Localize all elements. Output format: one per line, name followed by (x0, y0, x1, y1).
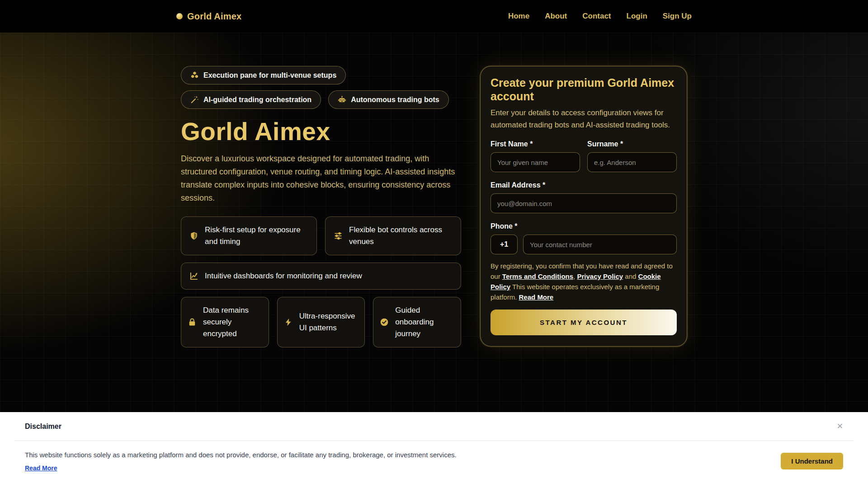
disclaimer-banner: Disclaimer ✕ This website functions sole… (0, 412, 868, 488)
hero-description: Discover a luxurious workspace designed … (181, 152, 460, 205)
phone-label: Phone * (491, 222, 677, 230)
pill-execution-pane: Execution pane for multi-venue setups (181, 66, 346, 84)
dial-code-selector[interactable]: +1 (491, 235, 518, 254)
top-navbar: Gorld Aimex Home About Contact Login Sig… (0, 0, 868, 33)
feature-label: Risk-first setup for exposure and timing (205, 224, 308, 248)
phone-field[interactable] (523, 235, 677, 254)
disclaimer-content: This website functions solely as a marke… (25, 450, 457, 472)
shield-icon (189, 231, 198, 240)
page-title: Gorld Aimex (181, 117, 461, 146)
pill-label: Autonomous trading bots (351, 96, 439, 104)
bolt-icon (284, 318, 293, 327)
nav-links: Home About Contact Login Sign Up (508, 12, 692, 21)
terms-link[interactable]: Terms and Conditions (502, 272, 573, 280)
start-my-account-button[interactable]: START MY ACCOUNT (491, 310, 677, 335)
signup-form-card: Create your premium Gorld Aimex account … (480, 66, 687, 347)
email-field[interactable] (491, 193, 677, 213)
email-label: Email Address * (491, 181, 677, 189)
legal-read-more-link[interactable]: Read More (519, 293, 554, 301)
hero-section: Execution pane for multi-venue setups AI… (181, 66, 461, 347)
lock-icon (188, 318, 197, 327)
pill-label: Execution pane for multi-venue setups (203, 71, 336, 80)
feature-card-risk: Risk-first setup for exposure and timing (181, 216, 317, 255)
nav-link-home[interactable]: Home (508, 12, 529, 21)
feature-card-responsive: Ultra-responsive UI patterns (277, 297, 365, 347)
brand-logo[interactable]: Gorld Aimex (176, 11, 241, 22)
first-name-field[interactable] (491, 152, 580, 172)
surname-label: Surname * (587, 140, 677, 148)
nav-link-contact[interactable]: Contact (582, 12, 611, 21)
magic-wand-icon (190, 95, 199, 104)
feature-pills: Execution pane for multi-venue setups AI… (181, 66, 461, 109)
gold-dot-icon (176, 13, 183, 19)
i-understand-button[interactable]: I Understand (781, 453, 843, 469)
disclaimer-text: This website functions solely as a marke… (25, 450, 457, 460)
pill-label: AI-guided trading orchestration (203, 96, 311, 104)
feature-card-bot-controls: Flexible bot controls across venues (325, 216, 461, 255)
brand-name: Gorld Aimex (187, 11, 241, 22)
feature-label: Intuitive dashboards for monitoring and … (205, 270, 362, 282)
disclaimer-read-more-link[interactable]: Read More (25, 465, 57, 472)
chart-line-icon (189, 272, 198, 281)
legal-text-part2: This website operates exclusively as a m… (491, 283, 659, 301)
sliders-icon (334, 231, 343, 240)
form-title: Create your premium Gorld Aimex account (491, 76, 677, 103)
robot-icon (338, 95, 346, 104)
feature-card-dashboards: Intuitive dashboards for monitoring and … (181, 263, 461, 290)
legal-separator: and (623, 272, 638, 280)
check-circle-icon (380, 318, 389, 327)
feature-cards: Risk-first setup for exposure and timing… (181, 216, 461, 347)
surname-field[interactable] (587, 152, 677, 172)
feature-card-onboarding: Guided onboarding journey (373, 297, 461, 347)
form-subtitle: Enter your details to access configurati… (491, 107, 677, 131)
feature-label: Ultra-responsive UI patterns (299, 310, 359, 334)
pill-autonomous-bots: Autonomous trading bots (328, 90, 449, 109)
privacy-policy-link[interactable]: Privacy Policy (577, 272, 623, 280)
nav-link-login[interactable]: Login (627, 12, 647, 21)
close-icon[interactable]: ✕ (837, 422, 843, 430)
nav-link-signup[interactable]: Sign Up (663, 12, 692, 21)
feature-label: Guided onboarding journey (395, 305, 454, 340)
nav-link-about[interactable]: About (545, 12, 567, 21)
main-content: Execution pane for multi-venue setups AI… (181, 33, 687, 347)
pill-ai-guided: AI-guided trading orchestration (181, 90, 321, 109)
feature-label: Flexible bot controls across venues (349, 224, 453, 248)
first-name-label: First Name * (491, 140, 580, 148)
legal-text: By registering, you confirm that you hav… (491, 261, 677, 302)
disclaimer-title: Disclaimer (25, 422, 61, 431)
cubes-icon (190, 71, 199, 80)
feature-label: Data remains securely encrypted (203, 305, 262, 340)
feature-card-encryption: Data remains securely encrypted (181, 297, 269, 347)
